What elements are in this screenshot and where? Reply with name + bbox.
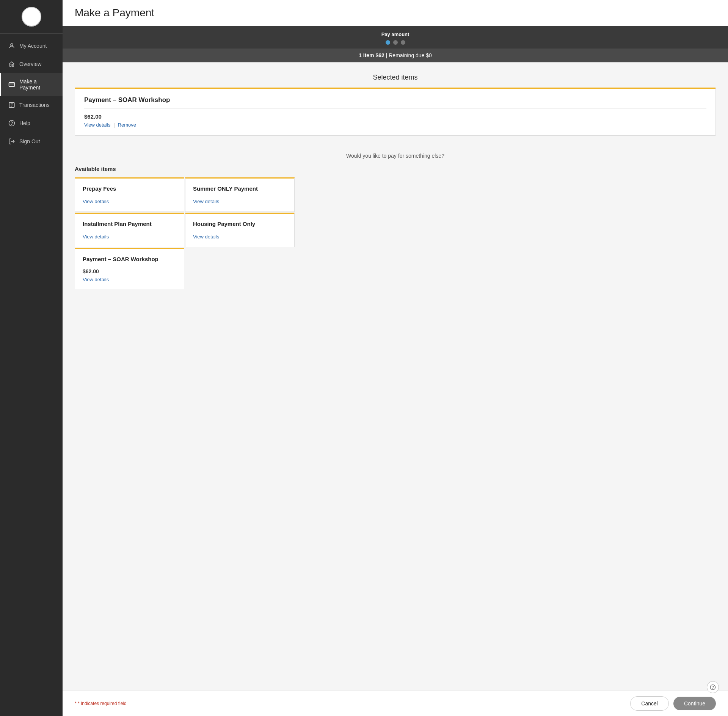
available-items-section: Would you like to pay for something else… xyxy=(75,153,716,290)
sidebar-item-label: My Account xyxy=(19,43,47,49)
selected-item-card: Payment – SOAR Workshop $62.00 View deta… xyxy=(75,88,716,136)
sidebar-item-label: Sign Out xyxy=(19,138,40,144)
selected-card-title: Payment – SOAR Workshop xyxy=(84,96,706,109)
svg-rect-2 xyxy=(13,64,14,66)
floating-help-icon[interactable] xyxy=(707,681,719,693)
required-asterisk: * xyxy=(75,701,78,706)
available-card-title: Housing Payment Only xyxy=(193,221,287,227)
sidebar: 🏛 My Account Overview Make a Payment xyxy=(0,0,63,716)
would-you-text: Would you like to pay for something else… xyxy=(75,153,716,159)
selected-items-title: Selected items xyxy=(75,74,716,81)
page-footer: * * Indicates required field Cancel Cont… xyxy=(63,691,728,716)
svg-rect-3 xyxy=(9,83,15,87)
svg-point-10 xyxy=(12,124,12,125)
summary-bar: 1 item $62 | Remaining due $0 xyxy=(63,49,728,63)
available-item-soar-workshop[interactable]: Payment – SOAR Workshop $62.00 View deta… xyxy=(75,248,184,290)
svg-point-13 xyxy=(713,688,713,689)
sidebar-item-label: Overview xyxy=(19,61,41,67)
available-item-summer-only[interactable]: Summer ONLY Payment View details xyxy=(185,177,295,212)
selected-items-section: Selected items Payment – SOAR Workshop $… xyxy=(75,74,716,136)
step-bar: Pay amount xyxy=(63,26,728,49)
installment-plan-view-details-link[interactable]: View details xyxy=(83,234,109,240)
step-dot-3 xyxy=(401,40,405,45)
payment-icon xyxy=(8,81,16,88)
sidebar-item-help[interactable]: Help xyxy=(0,114,63,132)
step-dot-1 xyxy=(386,40,390,45)
available-item-housing-payment[interactable]: Housing Payment Only View details xyxy=(185,213,295,247)
sidebar-item-label: Make a Payment xyxy=(19,78,56,91)
main-content: Make a Payment Pay amount 1 item $62 | R… xyxy=(63,0,728,716)
home-icon xyxy=(8,60,16,68)
selected-view-details-link[interactable]: View details xyxy=(84,122,110,128)
sidebar-item-overview[interactable]: Overview xyxy=(0,55,63,73)
step-dot-2 xyxy=(393,40,398,45)
housing-payment-view-details-link[interactable]: View details xyxy=(193,234,219,240)
required-label: * Indicates required field xyxy=(78,701,127,706)
available-card-title: Payment – SOAR Workshop xyxy=(83,256,176,262)
selected-card-amount: $62.00 xyxy=(84,113,706,120)
summer-only-view-details-link[interactable]: View details xyxy=(193,199,219,204)
sidebar-item-label: Help xyxy=(19,120,30,126)
continue-button[interactable]: Continue xyxy=(673,697,716,710)
step-label: Pay amount xyxy=(63,31,728,37)
page-header: Make a Payment xyxy=(63,0,728,26)
sidebar-item-transactions[interactable]: Transactions xyxy=(0,96,63,114)
available-item-installment-plan[interactable]: Installment Plan Payment View details xyxy=(75,213,184,247)
person-icon xyxy=(8,42,16,50)
signout-icon xyxy=(8,138,16,145)
available-items-grid: Prepay Fees View details Summer ONLY Pay… xyxy=(75,177,295,290)
available-item-prepay-fees[interactable]: Prepay Fees View details xyxy=(75,177,184,212)
available-card-title: Installment Plan Payment xyxy=(83,221,176,227)
sidebar-nav: My Account Overview Make a Payment Trans… xyxy=(0,34,63,150)
logo-emblem: 🏛 xyxy=(22,7,41,27)
prepay-fees-view-details-link[interactable]: View details xyxy=(83,199,109,204)
sidebar-item-label: Transactions xyxy=(19,102,50,108)
cancel-button[interactable]: Cancel xyxy=(630,696,669,711)
step-dots xyxy=(63,40,728,45)
soar-workshop-view-details-link[interactable]: View details xyxy=(83,277,109,282)
help-icon xyxy=(8,119,16,127)
sidebar-item-my-account[interactable]: My Account xyxy=(0,37,63,55)
main-content-area: Selected items Payment – SOAR Workshop $… xyxy=(63,63,728,691)
required-field-text: * * Indicates required field xyxy=(75,701,127,706)
link-separator: | xyxy=(113,122,115,128)
available-card-title: Summer ONLY Payment xyxy=(193,185,287,192)
page-title: Make a Payment xyxy=(75,7,154,19)
available-items-title: Available items xyxy=(75,166,716,172)
sidebar-item-sign-out[interactable]: Sign Out xyxy=(0,132,63,150)
available-card-title: Prepay Fees xyxy=(83,185,176,192)
selected-card-links: View details | Remove xyxy=(84,122,706,128)
summary-amount: 1 item $62 xyxy=(359,52,384,58)
summary-remaining: Remaining due $0 xyxy=(389,52,432,58)
logo: 🏛 xyxy=(0,0,63,34)
sidebar-item-make-a-payment[interactable]: Make a Payment xyxy=(0,73,63,96)
svg-point-0 xyxy=(11,44,13,46)
svg-rect-1 xyxy=(10,64,11,66)
section-divider xyxy=(75,145,716,145)
transactions-icon xyxy=(8,101,16,109)
available-card-amount: $62.00 xyxy=(83,268,176,274)
selected-remove-link[interactable]: Remove xyxy=(118,122,136,128)
footer-actions: Cancel Continue xyxy=(630,696,716,711)
